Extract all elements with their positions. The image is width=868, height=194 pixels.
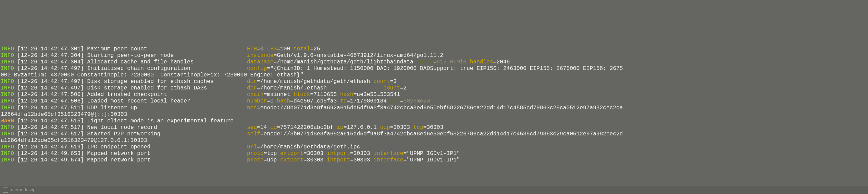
log-message: Loaded most recent local header [87,98,247,104]
log-key: dir [247,85,257,91]
log-value: /home/manish/gethdata/geth/lightchaindat… [277,59,413,65]
log-level: INFO [1,105,14,111]
log-level: INFO [1,150,14,157]
log-level: INFO [1,157,14,163]
log-timestamp: [12-26|14:42:47.506] [17,92,84,98]
log-key: td [340,98,347,104]
log-key: handles [470,59,493,65]
log-line: INFO [12-26|14:42:49.674] Mapped network… [1,157,868,163]
log-timestamp: [12-26|14:42:47.517] [17,131,84,137]
terminal-output[interactable]: INFO [12-26|14:42:47.301] Maximum peer c… [0,46,868,164]
log-value: "UPNP IGDv1-IP1" [407,157,460,163]
log-message: Started P2P networking [87,131,247,137]
log-message: Disk storage enabled for ethash caches [87,78,247,85]
log-message: Disk storage enabled for ethash DAGs [87,85,247,91]
log-line: INFO [12-26|14:42:47.506] Added trusted … [1,92,868,98]
log-value: 30303 [393,124,410,131]
log-message: Starting peer-to-peer node [87,52,247,59]
log-value: 17179869184 [350,98,387,104]
log-value: "{ChainID: 1 Homestead: 1150000 DAO: 192… [270,65,623,72]
log-line: INFO [12-26|14:42:47.517] Started P2P ne… [1,131,868,137]
log-line: INFO [12-26|14:42:47.497] Initialised ch… [1,65,868,72]
log-key: interface [373,157,403,163]
log-timestamp: [12-26|14:42:47.301] [17,46,84,52]
log-line: INFO [12-26|14:42:47.506] Loaded most re… [1,98,868,105]
log-timestamp: [12-26|14:42:47.497] [17,78,84,85]
status-filename: meranda.zip [11,186,36,193]
log-timestamp: [12-26|14:42:47.304] [17,59,84,65]
log-key: udp [380,124,390,131]
log-message: Mapped network port [87,157,247,163]
log-level: INFO [1,92,14,98]
log-key: proto [247,157,264,163]
log-key: cache [417,59,433,65]
log-value: 100 [280,46,290,52]
log-value: 0 [260,46,264,52]
log-key: count [383,85,400,91]
log-key: hash [277,98,290,104]
log-value: 30303 [427,124,444,131]
log-continuation: 000 Byzantium: 4370000 Constantinople: 7… [1,72,868,78]
log-timestamp: [12-26|14:42:47.515] [17,118,84,124]
log-line: INFO [12-26|14:42:47.519] IPC endpoint o… [1,144,868,150]
log-key: LES [267,46,277,52]
log-value: /home/manish/gethdata/geth/ethash [260,78,370,85]
log-value: 50y8mo2w [404,98,430,104]
log-level: INFO [1,52,14,59]
log-value: mainnet [267,92,290,98]
log-level: INFO [1,144,14,150]
log-key: extport [280,157,303,163]
log-key: instance [247,52,274,59]
log-value: d4e567…cb8fa3 [294,98,337,104]
log-value: udp [267,157,277,163]
log-value: enode://8b0771d8e8fa692a615dd5df9a8f3a47… [263,131,623,137]
log-key: hash [340,92,354,98]
log-timestamp: [12-26|14:42:47.519] [17,144,84,150]
log-message: IPC endpoint opened [87,144,247,150]
bg-line-1: Light node: It stores only block headers… [178,27,690,40]
log-level: INFO [1,131,14,137]
log-key: id [270,124,277,131]
log-key: net [247,105,257,111]
log-value: 30303 [354,150,370,157]
log-value: 3 [393,78,397,85]
log-value: tcp [267,150,277,157]
log-value: 7571422206abc2bf [280,124,333,131]
log-value: 14 [260,124,267,131]
log-key: age [390,98,400,104]
log-key: proto [247,150,264,157]
log-level: INFO [1,85,14,91]
log-value: Geth/v1.9.0-unstable-46873912/linux-amd6… [277,52,443,59]
log-value: /home/manish/.ethash [260,85,380,91]
log-value: 30303 [307,157,324,163]
log-key: intport [327,157,350,163]
log-message: Initialised chain configuration [87,65,247,72]
log-line: INFO [12-26|14:42:47.304] Allocated cach… [1,59,868,65]
log-line: INFO [12-26|14:42:47.301] Maximum peer c… [1,46,868,52]
log-key: url [247,144,257,150]
log-message: New local node record [87,124,247,131]
log-key: chain [247,92,264,98]
log-line: INFO [12-26|14:42:47.517] New local node… [1,124,868,131]
log-message: Mapped network port [87,150,247,157]
log-value: 7110655 [313,92,337,98]
log-level: INFO [1,59,14,65]
log-timestamp: [12-26|14:42:47.517] [17,124,84,131]
log-continuation: a12864dfa12bde65cf3516323479@127.0.0.1:3… [1,137,868,144]
log-key: number [247,98,267,104]
log-level: INFO [1,65,14,72]
log-value: 2 [403,85,407,91]
log-timestamp: [12-26|14:42:47.497] [17,65,84,72]
log-timestamp: [12-26|14:42:47.304] [17,52,84,59]
log-key: total [294,46,310,52]
log-timestamp: [12-26|14:42:49.674] [17,157,84,163]
log-key: dir [247,78,257,85]
log-key: database [247,59,274,65]
status-square-icon [3,187,8,193]
log-message: UDP listener up [87,105,247,111]
log-value: 127.0.0.1 [347,124,376,131]
log-key: ip [337,124,343,131]
log-key: seq [247,124,257,131]
log-message: Maximum peer count [87,46,247,52]
log-line: WARN [12-26|14:42:47.515] Light client m… [1,118,868,124]
